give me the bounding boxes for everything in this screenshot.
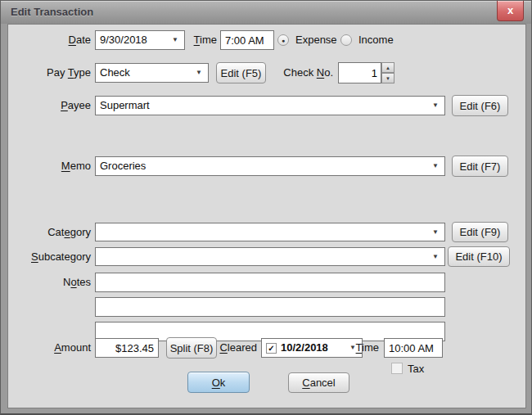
edit-transaction-dialog: Edit Transaction x Date 9/30/2018 ▼ Time…	[0, 0, 532, 415]
spin-up-icon: ▲	[385, 65, 390, 70]
tax-checkbox[interactable]	[391, 363, 403, 374]
split-f8-button[interactable]: Split (F8)	[166, 337, 217, 359]
dropdown-arrow-icon[interactable]: ▼	[432, 253, 439, 259]
amount-label: Amount	[9, 338, 91, 358]
subcategory-label: Subcategory	[9, 247, 91, 267]
cleared-date-combobox[interactable]: ✓ 10/2/2018 ▼	[261, 338, 363, 358]
memo-combobox[interactable]: Groceries ▼	[95, 156, 445, 176]
spin-buttons: ▲ ▼	[381, 62, 394, 83]
paytype-label: Pay Type	[9, 63, 91, 83]
checkno-spinner: ▲ ▼	[338, 62, 394, 83]
tax-label[interactable]: Tax	[408, 363, 424, 375]
dropdown-arrow-icon[interactable]: ▼	[432, 228, 439, 235]
memo-label: Memo	[9, 156, 91, 176]
check-icon: ✓	[268, 344, 274, 353]
dropdown-arrow-icon[interactable]: ▼	[196, 70, 202, 76]
cleared-date-value: 10/2/2018	[281, 339, 344, 357]
cancel-button[interactable]: Cancel	[288, 372, 349, 393]
dropdown-arrow-icon[interactable]: ▼	[172, 37, 178, 43]
cleared-label: Cleared	[212, 338, 257, 358]
payee-combobox[interactable]: Supermart ▼	[95, 96, 445, 115]
edit-f5-button[interactable]: Edit (F5)	[216, 62, 266, 83]
dropdown-arrow-icon[interactable]: ▼	[432, 163, 439, 169]
cleared-time-input[interactable]	[384, 338, 443, 358]
payee-label: Payee	[9, 96, 91, 115]
titlebar[interactable]: Edit Transaction	[1, 1, 531, 24]
date-value: 9/30/2018	[100, 31, 166, 49]
cleared-checkbox[interactable]: ✓	[266, 343, 277, 354]
expense-radio[interactable]: ●	[277, 34, 289, 46]
subcategory-combobox[interactable]: ▼	[95, 247, 445, 266]
spin-up-button[interactable]: ▲	[381, 62, 394, 73]
edit-f10-button[interactable]: Edit (F10)	[448, 246, 510, 267]
radio-dot-icon: ●	[282, 38, 285, 43]
category-combobox[interactable]: ▼	[95, 223, 445, 241]
time-label: Time	[186, 30, 217, 50]
payee-value: Supermart	[100, 97, 426, 115]
close-icon: x	[507, 4, 513, 16]
edit-f6-button[interactable]: Edit (F6)	[452, 95, 508, 116]
notes-input-1[interactable]	[95, 273, 445, 292]
date-label: Date	[9, 30, 91, 50]
window-title: Edit Transaction	[11, 6, 93, 18]
category-label: Category	[9, 223, 91, 242]
date-combobox[interactable]: 9/30/2018 ▼	[95, 30, 185, 50]
expense-label[interactable]: Expense	[295, 34, 337, 46]
notes-label: Notes	[9, 273, 91, 292]
amount-input[interactable]	[95, 338, 159, 358]
edit-f7-button[interactable]: Edit (F7)	[452, 156, 508, 177]
spin-down-button[interactable]: ▼	[381, 73, 394, 83]
income-radio[interactable]	[340, 34, 352, 46]
close-button[interactable]: x	[497, 1, 524, 21]
spin-down-icon: ▼	[385, 76, 390, 81]
income-label[interactable]: Income	[358, 34, 394, 46]
ok-button[interactable]: Ok	[187, 372, 250, 393]
dropdown-arrow-icon[interactable]: ▼	[432, 102, 439, 109]
cleared-time-label: Time	[351, 338, 379, 358]
notes-input-2[interactable]	[95, 297, 445, 317]
checkno-label: Check No.	[271, 63, 333, 83]
memo-value: Groceries	[100, 157, 426, 175]
paytype-combobox[interactable]: Check ▼	[95, 63, 209, 83]
paytype-value: Check	[100, 64, 190, 82]
edit-f9-button[interactable]: Edit (F9)	[452, 222, 508, 242]
checkno-input[interactable]	[338, 62, 381, 83]
time-input[interactable]	[220, 30, 274, 50]
